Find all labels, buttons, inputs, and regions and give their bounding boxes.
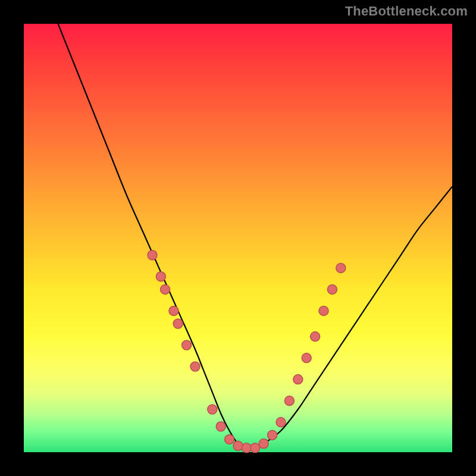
data-point-marker [302,353,311,363]
chart-svg [24,24,452,452]
data-point-marker [327,284,337,294]
chart-frame: TheBottleneck.com [0,0,476,476]
data-point-marker [250,443,260,453]
data-point-marker [276,418,286,427]
plot-area [24,24,452,452]
data-point-marker [336,263,346,273]
data-point-marker [148,250,157,260]
data-point-marker [259,439,268,449]
data-point-marker [173,319,183,328]
data-point-marker [225,434,234,444]
data-point-marker [190,362,200,371]
data-point-marker [311,332,320,342]
data-point-marker [268,430,277,440]
bottleneck-curve [58,24,452,449]
data-point-marker [208,405,217,414]
data-point-marker [233,441,243,450]
data-point-marker [284,396,294,406]
data-point-marker [216,422,226,431]
data-point-marker [182,340,192,350]
data-point-marker [169,306,178,315]
watermark-text: TheBottleneck.com [345,4,468,19]
data-point-marker [242,443,251,453]
data-point-marker [161,284,170,294]
data-point-marker [156,272,165,281]
data-point-marker [293,375,303,384]
data-point-marker [319,306,328,315]
